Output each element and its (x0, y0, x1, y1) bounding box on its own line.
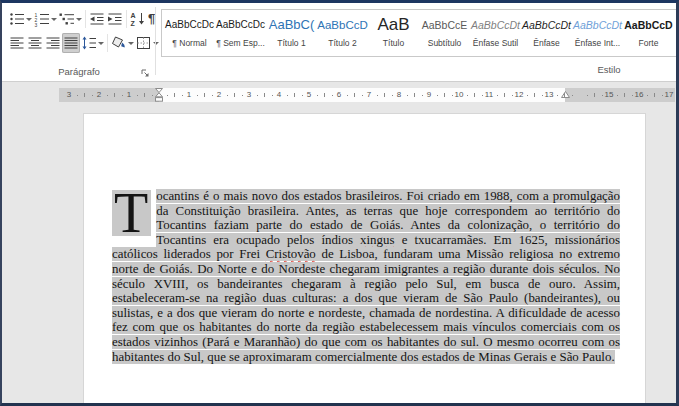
ruler-tick (197, 95, 198, 96)
align-right-button[interactable] (44, 33, 62, 53)
ruler-tick (504, 93, 505, 97)
ruler-tick (107, 95, 108, 96)
bullet-list-button[interactable] (8, 9, 33, 29)
document-page[interactable]: Tocantins é o mais novo dos estados bras… (83, 113, 646, 406)
line-spacing-button[interactable] (80, 33, 105, 53)
ruler-tick (407, 95, 408, 96)
ruler-tick (624, 93, 625, 97)
dialog-launcher-icon (140, 68, 150, 78)
ruler-tick (647, 95, 648, 96)
ruler-tick (152, 95, 153, 96)
ruler-tick (474, 93, 475, 97)
ruler-tick (92, 95, 93, 96)
ruler-tick (362, 95, 363, 96)
left-indent-marker[interactable] (155, 88, 163, 102)
align-left-button[interactable] (8, 33, 26, 53)
ruler-tick: 9 (427, 90, 431, 100)
style-sem-espacamento[interactable]: AaBbCcDc ¶ Sem Esp... (215, 10, 266, 56)
ruler-tick (564, 93, 565, 97)
ruler-tick (512, 95, 513, 96)
justify-button[interactable] (62, 33, 80, 53)
ruler-tick: 11 (485, 90, 493, 100)
ruler-tick (437, 95, 438, 96)
style-titulo[interactable]: AaB Título (368, 10, 419, 56)
ruler-tick (444, 93, 445, 97)
misspelled-word: xingus (360, 233, 394, 247)
align-right-icon (45, 35, 61, 51)
misspelled-word: Cristovão (266, 247, 316, 261)
divider (85, 10, 86, 28)
ruler-tick (302, 95, 303, 96)
ruler-tick (602, 95, 603, 96)
ruler-tick (422, 95, 423, 96)
ruler-tick (452, 95, 453, 96)
sort-button[interactable]: A Z (129, 9, 147, 29)
ruler-tick (167, 95, 168, 96)
ruler-tick: 15 (605, 90, 614, 100)
right-indent-marker[interactable] (561, 91, 570, 99)
paragraph-dialog-launcher[interactable] (140, 68, 150, 78)
sort-icon: A Z (130, 11, 146, 27)
ruler-tick (234, 93, 235, 97)
align-center-button[interactable] (26, 33, 44, 53)
ruler-tick (632, 95, 633, 96)
ruler-tick (137, 95, 138, 96)
numbered-list-icon: 1 2 3 (34, 11, 50, 27)
horizontal-ruler[interactable]: 32112345678910111213151617 (59, 88, 675, 102)
ruler-tick (144, 93, 145, 97)
ruler-tick (572, 95, 573, 96)
styles-group-label: Estilo (579, 64, 639, 75)
paragraph-text: de Lisboa, fundaram uma Missão religiosa… (112, 247, 620, 363)
line-spacing-icon (81, 35, 97, 51)
decrease-indent-button[interactable] (88, 9, 106, 29)
ruler-tick (467, 95, 468, 96)
shading-button[interactable] (110, 33, 135, 53)
ruler-tick (384, 93, 385, 97)
style-titulo-2[interactable]: AaBbCcD Título 2 (317, 10, 368, 56)
ruler-tick: 10 (455, 90, 464, 100)
ruler-tick: 4 (277, 90, 281, 100)
bullet-list-icon (9, 11, 25, 27)
ruler-tick (617, 95, 618, 96)
document-area: Tocantins é o mais novo dos estados bras… (2, 109, 676, 403)
style-subtitulo[interactable]: AaBbCcE Subtítulo (419, 10, 470, 56)
numbered-list-dropdown[interactable] (51, 18, 57, 24)
borders-dropdown[interactable] (153, 42, 159, 48)
style-enfase-sutil[interactable]: AaBbCcDt Ênfase Sutil (470, 10, 521, 56)
style-enfase-intensa[interactable]: AaBbCcDt Ênfase Int... (572, 10, 623, 56)
ruler-tick (227, 95, 228, 96)
bullet-list-dropdown[interactable] (26, 18, 32, 24)
multilevel-list-button[interactable] (58, 9, 83, 29)
shading-icon (111, 35, 127, 51)
group-divider (155, 7, 156, 75)
line-spacing-dropdown[interactable] (98, 42, 104, 48)
divider (126, 10, 127, 28)
multilevel-list-dropdown[interactable] (76, 18, 82, 24)
ruler-tick: 1 (127, 90, 131, 100)
ruler-tick: 17 (665, 90, 674, 100)
ruler-tick (182, 95, 183, 96)
ruler-tick: 7 (367, 90, 371, 100)
ruler-tick (332, 95, 333, 96)
justify-icon (63, 35, 79, 51)
shading-dropdown[interactable] (128, 42, 134, 48)
style-titulo-1[interactable]: AaBbC( Título 1 (266, 10, 317, 56)
increase-indent-button[interactable] (106, 9, 124, 29)
ruler-tick (527, 95, 528, 96)
style-enfase[interactable]: AaBbCcDt Ênfase (521, 10, 572, 56)
document-paragraph[interactable]: Tocantins é o mais novo dos estados bras… (112, 189, 620, 364)
ruler-tick (414, 93, 415, 97)
ruler-tick (654, 93, 655, 97)
svg-text:A: A (131, 12, 136, 19)
style-forte[interactable]: AaBbCcD Forte (623, 10, 674, 56)
paragraph-group: 1 2 3 (5, 4, 153, 80)
borders-button[interactable] (135, 33, 160, 53)
paragraph-group-label: Parágrafo (5, 66, 153, 77)
svg-text:Z: Z (131, 20, 136, 27)
numbered-list-button[interactable]: 1 2 3 (33, 9, 58, 29)
ruler-tick (114, 93, 115, 97)
style-normal[interactable]: AaBbCcDc ¶ Normal (164, 10, 215, 56)
multilevel-list-icon (59, 11, 75, 27)
ruler-tick (354, 93, 355, 97)
ribbon: 1 2 3 (2, 3, 676, 82)
